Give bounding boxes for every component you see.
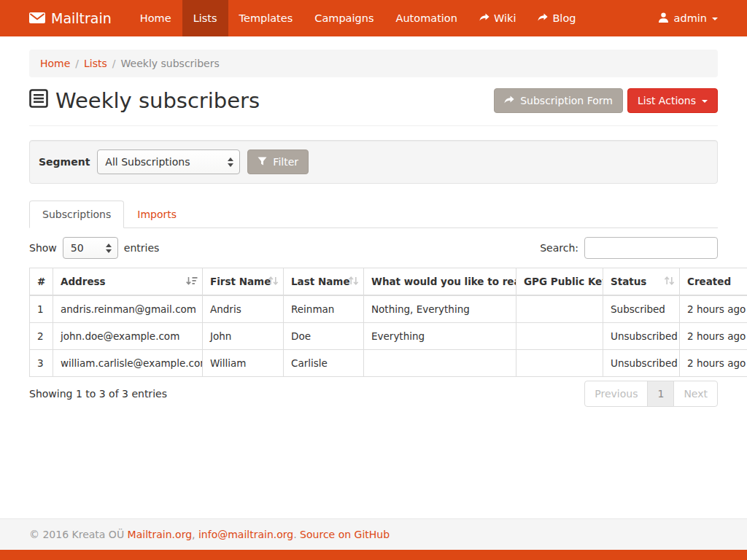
column-header-label: What would you like to read? <box>371 276 516 287</box>
segment-label: Segment <box>39 156 90 168</box>
table-cell: Reinman <box>284 295 364 323</box>
column-header[interactable]: Status <box>603 268 680 296</box>
column-header: # <box>30 268 53 296</box>
column-header[interactable]: Address <box>53 268 203 296</box>
table-cell: 3 <box>30 350 53 377</box>
share-arrow-icon <box>538 12 548 24</box>
table-cell: 2 hours ago <box>680 350 747 377</box>
nav-item-blog[interactable]: Blog <box>527 0 587 36</box>
chevron-down-icon <box>712 18 718 20</box>
subscriber-row[interactable]: 3william.carlisle@example.comWilliamCarl… <box>30 350 747 377</box>
mailtrain-app: Mailtrain HomeListsTemplatesCampaignsAut… <box>0 0 747 560</box>
breadcrumb-lists[interactable]: Lists <box>84 58 107 69</box>
list-actions-label: List Actions <box>638 95 696 106</box>
filter-label: Filter <box>273 156 298 168</box>
breadcrumb: Home/Lists/Weekly subscribers <box>29 50 718 77</box>
chevron-down-icon <box>702 100 708 103</box>
breadcrumb-separator: / <box>107 58 121 69</box>
sort-icon <box>664 276 675 287</box>
table-cell: andris.reinman@gmail.com <box>53 295 203 323</box>
page-length-select[interactable]: 50 <box>63 237 118 259</box>
table-cell: 1 <box>30 295 53 323</box>
table-cell: john.doe@example.com <box>53 323 203 350</box>
table-cell: John <box>203 323 284 350</box>
table-cell: Unsubscribed <box>603 323 680 350</box>
column-header-label: Last Name <box>291 276 350 287</box>
envelope-icon <box>29 10 45 26</box>
top-navbar: Mailtrain HomeListsTemplatesCampaignsAut… <box>0 0 747 36</box>
search-input[interactable] <box>584 237 718 259</box>
column-header[interactable]: Created <box>680 268 747 296</box>
footer-separator: , <box>192 529 195 540</box>
user-menu[interactable]: admin <box>658 0 718 36</box>
breadcrumb-home[interactable]: Home <box>40 58 70 69</box>
select-spinner-icon <box>106 244 112 253</box>
page-length-value: 50 <box>71 242 84 254</box>
table-cell: 2 <box>30 323 53 350</box>
table-cell: Carlisle <box>284 350 364 377</box>
funnel-icon <box>258 156 267 168</box>
share-arrow-icon <box>504 95 514 106</box>
nav-item-home[interactable]: Home <box>129 0 182 36</box>
nav-item-label: Home <box>140 12 171 24</box>
tabs: SubscriptionsImports <box>29 201 718 228</box>
column-header: What would you like to read? <box>364 268 516 296</box>
show-label: Show <box>29 242 57 254</box>
footer: © 2016 Kreata OÜ Mailtrain.org, info@mai… <box>0 518 747 560</box>
select-spinner-icon <box>228 158 233 167</box>
table-cell: Unsubscribed <box>603 350 680 377</box>
brand-label: Mailtrain <box>51 10 112 26</box>
nav-item-wiki[interactable]: Wiki <box>468 0 527 36</box>
footer-email-link[interactable]: info@mailtrain.org <box>198 529 293 540</box>
table-cell <box>364 350 516 377</box>
column-header: GPG Public Key <box>516 268 603 296</box>
column-header-label: GPG Public Key <box>524 276 603 287</box>
breadcrumb-separator: / <box>70 58 84 69</box>
column-header-label: Created <box>687 276 731 287</box>
table-cell: Nothing, Everything <box>364 295 516 323</box>
segment-select[interactable]: All Subscriptions <box>97 149 240 174</box>
footer-site-link[interactable]: Mailtrain.org <box>128 529 192 540</box>
tab-subscriptions[interactable]: Subscriptions <box>29 201 124 228</box>
pagination: Previous 1 Next <box>584 381 718 407</box>
table-cell: 2 hours ago <box>680 295 747 323</box>
copyright-text: © 2016 Kreata OÜ <box>29 529 124 540</box>
nav-item-templates[interactable]: Templates <box>228 0 304 36</box>
column-header[interactable]: Last Name <box>284 268 364 296</box>
pagination-next-button[interactable]: Next <box>673 381 718 407</box>
table-header-row: #AddressFirst NameLast NameWhat would yo… <box>30 268 747 296</box>
subscriber-row[interactable]: 2john.doe@example.comJohnDoeEverythingUn… <box>30 323 747 350</box>
brand-link[interactable]: Mailtrain <box>29 0 112 36</box>
filter-button[interactable]: Filter <box>247 149 309 174</box>
table-info: Showing 1 to 3 of 3 entries <box>29 388 167 400</box>
pagination-page-1-button[interactable]: 1 <box>647 381 674 407</box>
subscription-form-label: Subscription Form <box>520 95 613 106</box>
nav-item-lists[interactable]: Lists <box>182 0 228 36</box>
share-arrow-icon <box>479 12 489 24</box>
subscription-form-button[interactable]: Subscription Form <box>494 88 623 113</box>
table-cell <box>516 323 603 350</box>
nav-item-campaigns[interactable]: Campaigns <box>303 0 384 36</box>
footer-separator: . <box>293 529 296 540</box>
table-cell: Andris <box>203 295 284 323</box>
column-header[interactable]: First Name <box>203 268 284 296</box>
nav-item-label: Lists <box>193 12 217 24</box>
column-header-label: Address <box>61 276 106 287</box>
tab-imports[interactable]: Imports <box>124 201 190 228</box>
segment-select-value: All Subscriptions <box>105 156 190 168</box>
nav-item-label: Wiki <box>494 12 516 24</box>
nav-item-label: Campaigns <box>314 12 374 24</box>
nav-item-automation[interactable]: Automation <box>384 0 468 36</box>
user-icon <box>658 12 669 25</box>
list-actions-button[interactable]: List Actions <box>627 88 718 113</box>
subscriber-row[interactable]: 1andris.reinman@gmail.comAndrisReinmanNo… <box>30 295 747 323</box>
nav-item-label: Blog <box>552 12 576 24</box>
footer-accent-bar <box>0 550 747 560</box>
page-title-text: Weekly subscribers <box>55 88 260 113</box>
subscribers-table: #AddressFirst NameLast NameWhat would yo… <box>29 268 747 377</box>
nav-item-label: Templates <box>239 12 293 24</box>
pagination-previous-button[interactable]: Previous <box>584 381 648 407</box>
footer-github-link[interactable]: Source on GitHub <box>300 529 390 540</box>
table-cell <box>516 350 603 377</box>
table-cell <box>516 295 603 323</box>
